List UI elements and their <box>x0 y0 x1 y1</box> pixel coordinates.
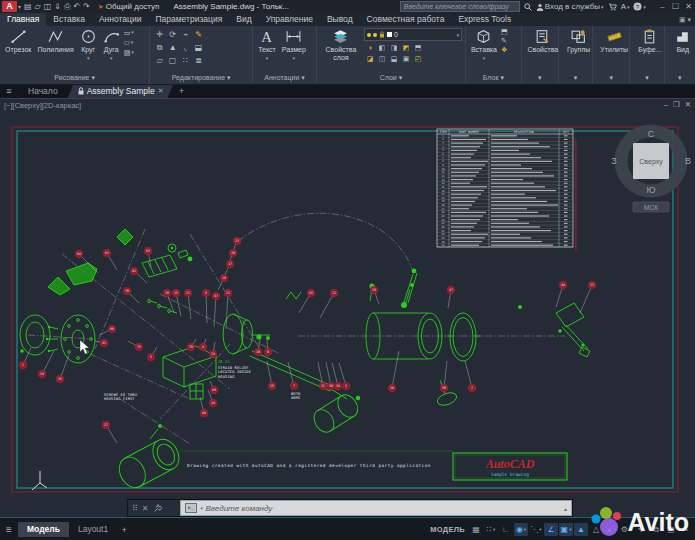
command-close-icon[interactable]: ✕ <box>142 504 149 513</box>
drawing-viewport[interactable]: ITEMPART NUMBERDESCRIPTIONQTY12345678910… <box>0 99 695 518</box>
maximize-button[interactable]: ☐ <box>669 2 682 11</box>
search-icon[interactable] <box>524 3 532 11</box>
view-expand-icon[interactable]: ▾ <box>665 73 695 84</box>
new-drawing-tab-button[interactable]: + <box>174 84 190 98</box>
properties-button[interactable]: Свойства <box>526 28 561 54</box>
clipboard-expand-icon[interactable]: ▾ <box>630 73 663 84</box>
clipboard-button[interactable]: Буфе... <box>636 28 663 54</box>
workspace-gear-icon[interactable]: ⚙▾ <box>619 523 633 536</box>
search-input[interactable]: Введите ключевое слово/фразу <box>400 1 520 12</box>
ellipse-icon[interactable]: ⬭ <box>124 38 130 47</box>
share-button[interactable]: ➤ Общий доступ <box>98 2 160 11</box>
fillet-icon[interactable]: ◟ <box>179 41 192 54</box>
utilities-expand-icon[interactable]: ▾ <box>593 73 629 84</box>
command-expand-icon[interactable]: ▴ <box>564 505 567 512</box>
compass-south-label[interactable]: Ю <box>646 185 655 195</box>
erase-icon[interactable]: ✎ <box>192 28 205 41</box>
object-snap-icon[interactable]: ▣▾ <box>559 523 573 536</box>
compass-east-label[interactable]: В <box>685 156 691 166</box>
scale-icon[interactable]: ▢ <box>166 54 179 67</box>
doc-close-icon[interactable]: ✕ <box>685 100 691 109</box>
ribbon-tab-4[interactable]: Параметризация <box>148 13 229 26</box>
rotate-icon[interactable]: ⟳ <box>166 28 179 41</box>
new-file-icon[interactable]: ▤ <box>24 2 32 11</box>
snap-icon[interactable]: ∷▾ <box>484 523 498 536</box>
ribbon-tab-7[interactable]: Вывод <box>320 13 360 26</box>
copy-icon[interactable]: ⧉ <box>153 41 166 54</box>
app-menu-caret-icon[interactable]: ▾ <box>18 3 21 10</box>
help-icon[interactable]: ? ▾ <box>633 2 646 11</box>
more-modify-icon[interactable]: ≣ <box>192 54 205 67</box>
tab-close-icon[interactable]: ✕ <box>158 84 164 98</box>
layer-merge-icon[interactable]: ◰ <box>412 53 424 64</box>
array-icon[interactable]: ∷ <box>179 54 192 67</box>
ribbon-tab-9[interactable]: Express Tools <box>451 13 518 26</box>
block-attrs-icon[interactable]: ❖ <box>501 46 508 54</box>
command-line[interactable]: ⠿ ✕ ▸_ ▾ Введите команду ▴ <box>128 500 572 516</box>
properties-expand-icon[interactable]: ▾ <box>522 73 558 84</box>
undo-icon[interactable]: ↶ <box>73 2 80 11</box>
line-button[interactable]: Отрезок <box>3 28 33 54</box>
object-snap-tracking-icon[interactable]: ∠ <box>544 523 558 536</box>
viewcube[interactable]: С В Ю З Сверху МСК <box>611 129 691 212</box>
dimension-button[interactable]: Размер▾ <box>280 28 308 62</box>
insert-block-button[interactable]: Вставка▾ <box>469 28 499 62</box>
layer-select[interactable]: 0 ▾ <box>364 28 462 41</box>
layer-on-all-icon[interactable]: ▣ <box>400 53 412 64</box>
layer-isolate-icon[interactable]: ◧ <box>376 42 388 53</box>
iso-draft-icon[interactable]: ⋱▾ <box>529 523 543 536</box>
open-folder-icon[interactable]: ▱ <box>35 2 41 11</box>
doc-minimize-icon[interactable]: – <box>664 100 668 109</box>
command-line-grip[interactable]: ⠿ ✕ <box>128 500 180 516</box>
layer-walk-icon[interactable]: ◫ <box>376 53 388 64</box>
new-layout-button[interactable]: + <box>117 525 131 535</box>
text-button[interactable]: A Текст▾ <box>256 28 278 62</box>
explode-icon[interactable]: ⬓ <box>192 41 205 54</box>
mirror-icon[interactable]: ▲ <box>166 41 179 54</box>
save-icon[interactable]: ◫ <box>44 2 52 11</box>
recent-commands-icon[interactable]: ▸_ <box>185 503 197 513</box>
redo-icon[interactable]: ↷ <box>83 2 90 11</box>
grid-icon[interactable]: ▦ <box>469 523 483 536</box>
groups-button[interactable]: Группы <box>565 28 592 54</box>
polyline-button[interactable]: Полилиния <box>35 28 75 54</box>
compass-west-label[interactable]: З <box>611 156 616 166</box>
ribbon-tab-5[interactable]: Вид <box>229 13 258 26</box>
ribbon-tab-2[interactable]: Вставка <box>46 13 92 26</box>
edit-block-icon[interactable]: ✎ <box>501 37 508 45</box>
layer-lock2-icon[interactable]: ◩ <box>400 42 412 53</box>
viewport-controls-label[interactable]: [−][Сверху][2D-каркас] <box>4 101 81 110</box>
customize-wrench-icon[interactable] <box>153 504 162 513</box>
layout-menu-icon[interactable]: ≡ <box>0 524 18 535</box>
hardware-accel-icon[interactable]: ▢ <box>664 523 678 536</box>
layer-properties-button[interactable]: Свойства слоя <box>320 28 362 62</box>
groups-expand-icon[interactable]: ▾ <box>559 73 592 84</box>
crosshair-icon[interactable]: ✛ <box>634 523 648 536</box>
annotation-scale-icon[interactable]: ▲▾ <box>604 523 618 536</box>
annotation-auto-icon[interactable]: △ <box>589 523 603 536</box>
ribbon-tab-8[interactable]: Совместная работа <box>360 13 452 26</box>
ribbon-tab-6[interactable]: Управление <box>259 13 320 26</box>
minimize-button[interactable]: – <box>656 2 669 11</box>
drag-handle-icon[interactable]: ⠿ <box>132 504 138 513</box>
model-space-indicator[interactable]: МОДЕЛЬ <box>430 525 465 534</box>
signin-button[interactable]: Вход в службы ▾ <box>536 2 604 11</box>
trim-icon[interactable]: ⌁ <box>179 28 192 41</box>
doc-restore-icon[interactable]: ❐ <box>673 100 680 109</box>
command-input[interactable]: ▸_ ▾ Введите команду ▴ <box>180 500 572 516</box>
layer-thaw-icon[interactable]: ⬓ <box>388 53 400 64</box>
ortho-icon[interactable]: ∟ <box>499 523 513 536</box>
app-store-cart-icon[interactable] <box>608 3 617 11</box>
tab-start[interactable]: Начало <box>18 84 68 98</box>
compass-north-label[interactable]: С <box>648 129 655 139</box>
tab-model[interactable]: Модель <box>18 522 69 537</box>
save-as-icon[interactable]: ⇓ <box>54 2 61 11</box>
plot-icon[interactable]: ⎙ <box>64 2 70 12</box>
tab-assembly-sample[interactable]: Assembly Sample ✕ <box>68 84 174 98</box>
view-button[interactable]: Вид <box>672 28 693 54</box>
stretch-icon[interactable]: ▱ <box>153 54 166 67</box>
layer-match-icon[interactable]: ⬒ <box>412 42 424 53</box>
rectangle-icon[interactable]: ▭ <box>124 28 131 37</box>
circle-button[interactable]: Круг▾ <box>78 28 99 62</box>
create-block-icon[interactable]: ⬒ <box>501 28 508 36</box>
